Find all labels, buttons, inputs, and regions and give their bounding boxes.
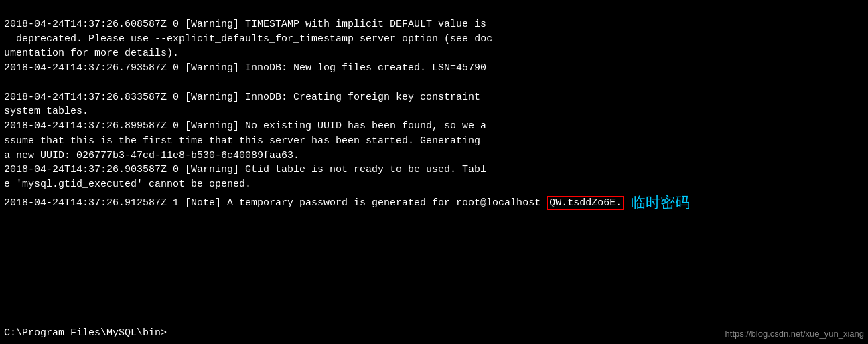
watermark-text: https://blog.csdn.net/xue_yun_xiang [725, 329, 864, 339]
log-line-1: 2018-04-24T14:37:26.608587Z 0 [Warning] … [4, 19, 492, 190]
command-prompt: C:\Program Files\MySQL\bin> [4, 327, 167, 339]
bottom-bar: C:\Program Files\MySQL\bin> https://blog… [4, 327, 864, 339]
log-output: 2018-04-24T14:37:26.608587Z 0 [Warning] … [4, 3, 864, 228]
password-prefix-text: 2018-04-24T14:37:26.912587Z 1 [Note] A t… [4, 197, 547, 209]
annotation-label: 临时密码 [631, 194, 690, 211]
terminal-window: 2018-04-24T14:37:26.608587Z 0 [Warning] … [0, 0, 868, 344]
password-highlight: QW.tsddZo6E. [547, 196, 624, 210]
